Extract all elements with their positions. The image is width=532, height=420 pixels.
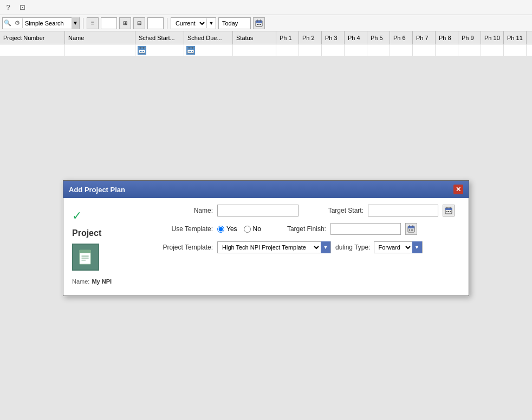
cell-ph6 [390,44,413,56]
table-row [0,44,532,56]
cell-status [233,44,276,56]
use-template-no-label: No [253,225,261,233]
name-prefix-label: Name: [72,278,89,285]
project-template-dropdown-btn[interactable]: ▼ [321,241,330,253]
col-header-name[interactable]: Name [65,31,135,44]
list-view-btn[interactable]: ≡ [87,17,99,29]
filter-icon-btn[interactable]: ⚙ [12,18,22,29]
modal-left-panel: ✓ Project Name: My NPI [72,205,148,285]
col-header-ph9[interactable]: Ph 9 [458,31,481,44]
cell-sched-start [135,44,184,56]
second-toolbar: 🔍 ⚙ Simple Search ▼ ≡ ⊞ ⊟ Current ▼ Toda… [0,15,532,31]
col-header-ph2[interactable]: Ph 2 [299,31,322,44]
col-header-ph3[interactable]: Ph 3 [322,31,345,44]
modal-form: Name: Target Start: [159,205,460,285]
col-header-ph6[interactable]: Ph 6 [390,31,413,44]
view-select[interactable]: Current [171,18,206,29]
name-form-row: Name: [159,205,299,216]
indent-icon: ⊞ [123,20,127,26]
use-template-yes-label: Yes [226,225,237,233]
calendar-icon-btn[interactable] [253,17,265,29]
scheduling-type-label: duling Type: [335,244,371,251]
svg-rect-4 [257,24,258,25]
add-project-plan-dialog: Add Project Plan ✕ ✓ Project [63,180,469,296]
target-finish-row: Target Finish: [272,223,417,235]
svg-rect-37 [409,229,410,231]
use-template-row: Use Template: Yes No [159,225,261,233]
col-header-ph1[interactable]: Ph 1 [276,31,299,44]
svg-rect-1 [256,21,262,23]
project-template-select[interactable]: High Tech NPI Project Template [218,242,321,253]
col-header-sched-start[interactable]: Sched Start... [135,31,184,44]
use-template-radio-group: Yes No [217,225,261,233]
use-template-yes-radio[interactable] [217,226,224,233]
search-dropdown-button[interactable]: ▼ [72,17,79,29]
target-finish-label: Target Finish: [272,225,326,233]
col-header-ph5[interactable]: Ph 5 [367,31,390,44]
scheduling-type-select[interactable]: Forward Backward [374,242,412,253]
modal-body: ✓ Project Name: My NPI [63,198,469,296]
column-headers: Project Number Name Sched Start... Sched… [0,31,532,44]
svg-rect-38 [411,229,412,231]
target-start-label: Target Start: [309,207,364,214]
checkmark-icon: ✓ [72,209,82,223]
col-header-ph4[interactable]: Ph 4 [345,31,367,44]
col-header-ph8[interactable]: Ph 8 [436,31,458,44]
modal-close-button[interactable]: ✕ [453,185,463,194]
new-window-icon[interactable]: ⊡ [16,2,28,14]
use-template-no-radio[interactable] [244,226,251,233]
view-dropdown-arrow[interactable]: ▼ [207,21,216,26]
cell-ph3 [322,44,345,56]
target-finish-calendar-button[interactable] [405,223,417,235]
top-toolbar: ? ⊡ [0,0,532,15]
svg-rect-27 [445,208,452,210]
svg-rect-15 [187,48,194,50]
calendar-icon [255,19,263,27]
svg-rect-39 [412,229,413,231]
svg-rect-8 [139,48,145,50]
name-input[interactable] [217,205,299,216]
search-label: Simple Search [23,18,72,29]
target-start-input[interactable] [368,205,438,216]
cell-name [65,44,135,56]
project-document-icon [77,249,94,265]
svg-rect-34 [408,226,414,228]
svg-rect-19 [190,51,191,52]
svg-rect-13 [143,51,144,52]
cell-ph10 [481,44,504,56]
svg-rect-12 [141,51,142,52]
outdent-icon: ⊟ [137,20,141,26]
indent-btn[interactable]: ⊞ [119,17,131,29]
cell-project-number [0,44,65,56]
use-template-yes-option[interactable]: Yes [217,225,237,233]
col-header-ph10[interactable]: Ph 10 [481,31,504,44]
outdent-btn[interactable]: ⊟ [133,17,145,29]
col-header-project-number[interactable]: Project Number [0,31,65,44]
col-header-ph11[interactable]: Ph 11 [504,31,527,44]
cell-ph1 [276,44,299,56]
svg-rect-11 [140,51,141,52]
scheduling-type-dropdown-btn[interactable]: ▼ [412,241,422,253]
target-start-calendar-button[interactable] [443,205,455,216]
help-icon[interactable]: ? [2,2,14,14]
use-template-no-option[interactable]: No [244,225,261,233]
svg-rect-5 [258,24,259,25]
project-template-label: Project Template: [159,244,213,251]
svg-rect-6 [260,24,261,25]
modal-project-label: Project [72,228,101,238]
svg-rect-18 [189,51,190,52]
target-finish-input[interactable] [330,223,401,235]
scheduling-type-select-container: Forward Backward ▼ [374,241,423,253]
search-icon-btn[interactable]: 🔍 [3,18,12,29]
sched-start-calendar-icon[interactable] [138,46,146,55]
svg-rect-31 [448,211,449,212]
target-start-calendar-icon [445,207,452,214]
col-header-status[interactable]: Status [233,31,276,44]
modal-header: Add Project Plan ✕ [63,181,469,198]
target-finish-calendar-icon [407,225,415,233]
col-header-ph7[interactable]: Ph 7 [413,31,436,44]
svg-rect-20 [192,51,193,52]
project-icon [72,244,99,271]
sched-due-calendar-icon[interactable] [186,46,195,55]
col-header-sched-due[interactable]: Sched Due... [184,31,233,44]
